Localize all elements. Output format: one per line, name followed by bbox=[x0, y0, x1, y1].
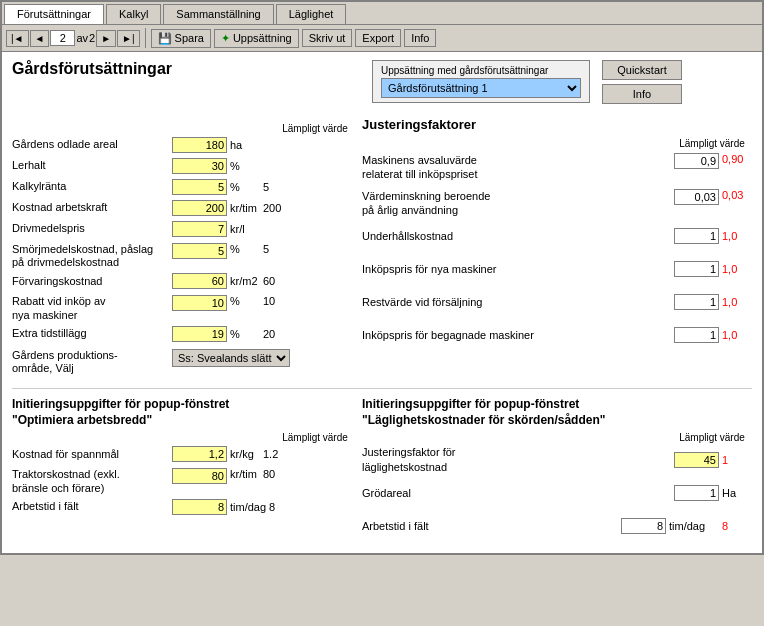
kalkylranta-label: Kalkylränta bbox=[12, 180, 172, 193]
just-lam-header: Lämpligt värde bbox=[672, 138, 752, 149]
traktorkostnad-value: 80 bbox=[263, 468, 275, 480]
page-current-input[interactable] bbox=[50, 30, 75, 46]
just-avsalu-label: Maskinens avsaluvärderelaterat till inkö… bbox=[362, 151, 674, 182]
lerhalt-input[interactable] bbox=[172, 158, 227, 174]
rabatt-unit: % bbox=[230, 295, 260, 307]
grodareal-input[interactable] bbox=[674, 485, 719, 501]
nav-prev-button[interactable]: ◄ bbox=[30, 30, 50, 47]
rabatt-input[interactable] bbox=[172, 295, 227, 311]
arbetstid-right-value: 8 bbox=[722, 520, 752, 532]
lower-right-title: Initieringsuppgifter för popup-fönstret … bbox=[362, 397, 752, 428]
smor-label: Smörjmedelskostnad, påslagpå drivmedelsk… bbox=[12, 241, 172, 269]
spannmal-value: 1.2 bbox=[263, 448, 278, 460]
just-inkopspris-beg-input[interactable] bbox=[674, 327, 719, 343]
prod-omrade-label: Gårdens produktions-område, Välj bbox=[12, 346, 172, 375]
gardens-odlade-areal-input[interactable] bbox=[172, 137, 227, 153]
forvaringskostnad-value: 60 bbox=[263, 275, 275, 287]
arbetstid-right-label: Arbetstid i fält bbox=[362, 519, 621, 533]
smor-input[interactable] bbox=[172, 243, 227, 259]
just-inkopspris-beg-value: 1,0 bbox=[722, 329, 752, 341]
just-vardem-input[interactable] bbox=[674, 189, 719, 205]
kostnad-arbetskraft-row: Kostnad arbetskraft kr/tim 200 bbox=[12, 199, 352, 217]
forvaringskostnad-label: Förvaringskostnad bbox=[12, 275, 172, 288]
gardens-odlade-areal-unit: ha bbox=[230, 139, 260, 151]
extra-tids-value: 20 bbox=[263, 328, 275, 340]
tab-laglighet[interactable]: Läglighet bbox=[276, 4, 347, 24]
smor-unit: % bbox=[230, 243, 260, 255]
just-vardem-value: 0,03 bbox=[722, 189, 752, 201]
drivmedelspris-input[interactable] bbox=[172, 221, 227, 237]
extra-tids-input[interactable] bbox=[172, 326, 227, 342]
skriv-ut-button[interactable]: Skriv ut bbox=[302, 29, 353, 47]
tab-sammanstallning[interactable]: Sammanställning bbox=[163, 4, 273, 24]
arbetstid-left-row: Arbetstid i fält tim/dag 8 bbox=[12, 498, 352, 516]
nav-next-button[interactable]: ► bbox=[96, 30, 116, 47]
save-button[interactable]: 💾 Spara bbox=[151, 29, 211, 48]
smor-value: 5 bbox=[263, 243, 269, 255]
kostnad-arbetskraft-label: Kostnad arbetskraft bbox=[12, 201, 172, 214]
just-avsalu-row: Maskinens avsaluvärderelaterat till inkö… bbox=[362, 151, 752, 182]
just-inkopspris-nya-input[interactable] bbox=[674, 261, 719, 277]
uppsattning-button[interactable]: ✦ Uppsättning bbox=[214, 29, 299, 48]
uppsattning-select[interactable]: Gårdsförutsättning 1 bbox=[381, 78, 581, 98]
tab-kalkyl[interactable]: Kalkyl bbox=[106, 4, 161, 24]
just-faktor-input[interactable] bbox=[674, 452, 719, 468]
gardens-odlade-areal-label: Gårdens odlade areal bbox=[12, 138, 172, 151]
spannmal-unit: kr/kg bbox=[230, 448, 260, 460]
rabatt-label: Rabatt vid inköp avnya maskiner bbox=[12, 293, 172, 321]
quickstart-button[interactable]: Quickstart bbox=[602, 60, 682, 80]
lower-right-lam-header: Lämpligt värde bbox=[672, 432, 752, 443]
forvaringskostnad-input[interactable] bbox=[172, 273, 227, 289]
arbetstid-left-input[interactable] bbox=[172, 499, 227, 515]
page-total: 2 bbox=[89, 32, 95, 44]
spannmal-label: Kostnad för spannmål bbox=[12, 448, 172, 461]
just-underhall-label: Underhållskostnad bbox=[362, 229, 674, 243]
traktorkostnad-row: Traktorskostnad (exkl.bränsle och förare… bbox=[12, 466, 352, 494]
plus-icon: ✦ bbox=[221, 32, 230, 45]
just-restvarde-input[interactable] bbox=[674, 294, 719, 310]
just-inkopspris-nya-label: Inköpspris för nya maskiner bbox=[362, 262, 674, 276]
kostnad-arbetskraft-unit: kr/tim bbox=[230, 202, 260, 214]
lower-left-lam-header: Lämpligt värde bbox=[280, 432, 350, 443]
just-underhall-input[interactable] bbox=[674, 228, 719, 244]
lerhalt-unit: % bbox=[230, 160, 260, 172]
just-restvarde-row: Restvärde vid försäljning 1,0 bbox=[362, 288, 752, 316]
just-inkopspris-beg-row: Inköpspris för begagnade maskiner 1,0 bbox=[362, 321, 752, 349]
just-underhall-value: 1,0 bbox=[722, 230, 752, 242]
just-avsalu-input[interactable] bbox=[674, 153, 719, 169]
traktorkostnad-input[interactable] bbox=[172, 468, 227, 484]
spannmal-input[interactable] bbox=[172, 446, 227, 462]
arbetstid-right-input[interactable] bbox=[621, 518, 666, 534]
left-lam-header: Lämpligt värde bbox=[280, 123, 350, 134]
export-button[interactable]: Export bbox=[355, 29, 401, 47]
prod-omrade-select[interactable]: Ss: Svealands slätt bbox=[172, 349, 290, 367]
traktorkostnad-unit: kr/tim bbox=[230, 468, 260, 480]
kalkylranta-value: 5 bbox=[263, 181, 269, 193]
spannmal-row: Kostnad för spannmål kr/kg 1.2 bbox=[12, 445, 352, 463]
just-faktor-value: 1 bbox=[722, 454, 752, 466]
nav-last-button[interactable]: ►| bbox=[117, 30, 140, 47]
smor-row: Smörjmedelskostnad, påslagpå drivmedelsk… bbox=[12, 241, 352, 269]
lower-left-title: Initieringsuppgifter för popup-fönstret … bbox=[12, 397, 352, 428]
save-icon: 💾 bbox=[158, 32, 172, 45]
info-toolbar-button[interactable]: Info bbox=[404, 29, 436, 47]
arbetstid-left-label: Arbetstid i fält bbox=[12, 500, 172, 513]
just-avsalu-value: 0,90 bbox=[722, 153, 752, 165]
page-separator: av bbox=[76, 32, 88, 44]
nav-first-button[interactable]: |◄ bbox=[6, 30, 29, 47]
arbetstid-left-unit: tim/dag bbox=[230, 501, 266, 513]
tab-forutsattningar[interactable]: Förutsättningar bbox=[4, 4, 104, 24]
drivmedelspris-label: Drivmedelspris bbox=[12, 222, 172, 235]
rabatt-row: Rabatt vid inköp avnya maskiner % 10 bbox=[12, 293, 352, 321]
gardens-odlade-areal-row: Gårdens odlade areal ha bbox=[12, 136, 352, 154]
traktorkostnad-label: Traktorskostnad (exkl.bränsle och förare… bbox=[12, 466, 172, 494]
just-title: Justeringsfaktorer bbox=[362, 117, 752, 132]
forvaringskostnad-unit: kr/m2 bbox=[230, 275, 260, 287]
kalkylranta-input[interactable] bbox=[172, 179, 227, 195]
kostnad-arbetskraft-value: 200 bbox=[263, 202, 281, 214]
rabatt-value: 10 bbox=[263, 295, 275, 307]
grodareal-row: Grödareal Ha bbox=[362, 479, 752, 507]
just-restvarde-value: 1,0 bbox=[722, 296, 752, 308]
info-button[interactable]: Info bbox=[602, 84, 682, 104]
kostnad-arbetskraft-input[interactable] bbox=[172, 200, 227, 216]
